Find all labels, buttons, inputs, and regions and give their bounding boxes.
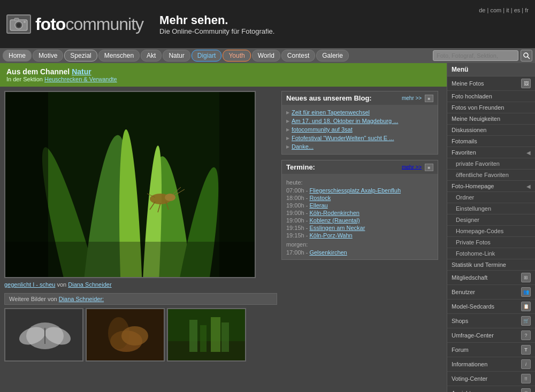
termine-link-4[interactable]: Köln-Rodenkirchen <box>309 210 360 216</box>
menu-label: Menü <box>452 66 468 73</box>
nav-tab-spezial[interactable]: Spezial <box>64 50 97 62</box>
svg-line-6 <box>528 57 530 59</box>
nav-tab-digiart[interactable]: Digiart <box>192 50 222 62</box>
blog-item-4: Fotofestival "WunderWelten" sucht E ... <box>286 134 433 142</box>
sidebar-item-informationen[interactable]: Informationen i <box>447 357 535 372</box>
sidebar-item-homepage-codes[interactable]: Homepage-Codes <box>447 226 535 237</box>
search-input[interactable] <box>433 50 518 61</box>
nav-tab-akt[interactable]: Akt <box>141 50 162 62</box>
sidebar-icon-forum: T <box>521 345 531 355</box>
sidebar-item-ordner[interactable]: Ordner <box>447 192 535 203</box>
sidebar-item-favoriten[interactable]: Favoriten ◀ <box>447 147 535 158</box>
channel-title: Aus dem Channel Natur <box>6 67 440 76</box>
blog-link-2[interactable]: Am 17. und 18. Oktober in Magdeburg ... <box>292 118 398 124</box>
blog-link-5[interactable]: Danke... <box>292 143 314 150</box>
svg-rect-36 <box>168 341 246 362</box>
sidebar-label-benutzer: Benutzer <box>452 289 521 295</box>
sidebar-label-fotomails: Fotomails <box>452 138 531 144</box>
more-author-link[interactable]: Diana Schneider: <box>59 296 104 302</box>
termine-body: heute: 07:00h - Fliegerschiessplatz Axal… <box>282 174 438 259</box>
sidebar-label-umfrage-center: Umfrage-Center <box>452 332 521 339</box>
sidebar-icon-mitgliedschaft: ⊞ <box>521 273 531 282</box>
nav-tab-galerie[interactable]: Galerie <box>316 50 349 62</box>
sidebar-icon-benutzer: 👥 <box>521 287 531 297</box>
lang-it[interactable]: it <box>506 7 509 13</box>
logo-text: fotocommunity <box>35 14 143 34</box>
nav-tab-world[interactable]: World <box>252 50 280 62</box>
sidebar-item-umfrage-center[interactable]: Umfrage-Center ? <box>447 328 535 343</box>
termine-link-1[interactable]: Fliegerschiessplatz Axalp-Ebenfluh <box>309 187 401 194</box>
nav-tab-natur[interactable]: Natur <box>163 50 190 62</box>
sidebar-item-foto-homepage[interactable]: Foto-Homepage ◀ <box>447 181 535 192</box>
sidebar-item-private-favoriten[interactable]: private Favoriten <box>447 158 535 170</box>
sidebar-item-benutzer[interactable]: Benutzer 👥 <box>447 285 535 299</box>
sidebar-item-forum[interactable]: Forum T <box>447 343 535 357</box>
termine-link-6[interactable]: Esslingen am Neckar <box>309 225 365 231</box>
sidebar-item-shops[interactable]: Shops 🛒 <box>447 314 535 328</box>
sidebar-label-fotohome-link: Fotohome-Link <box>456 250 531 257</box>
sidebar-label-statistik-termine: Statistik und Termine <box>452 262 531 268</box>
channel-header: Aus dem Channel Natur In der Sektion Heu… <box>0 63 447 87</box>
svg-rect-38 <box>200 325 207 352</box>
termine-item-5: 19:00h - Koblenz (Rauental) <box>286 217 433 224</box>
nav-tab-home[interactable]: Home <box>3 50 32 62</box>
sidebar-label-private-favoriten: private Favoriten <box>456 160 531 167</box>
sidebar-item-ansichten[interactable]: Ansichten 👁 <box>447 386 535 392</box>
camera-icon <box>6 14 31 34</box>
photo-title-link[interactable]: gegenlicht I - scheu <box>4 281 55 288</box>
sidebar-item-voting-center[interactable]: Voting-Center !! <box>447 372 535 386</box>
content-area: gegenlicht I - scheu von Diana Schneider… <box>0 87 447 366</box>
sidebar-item-fotohome-link[interactable]: Fotohome-Link <box>447 248 535 259</box>
nav-tab-youth[interactable]: Youth <box>223 50 250 62</box>
lang-com[interactable]: com <box>490 7 501 13</box>
nav-tab-motive[interactable]: Motive <box>33 50 63 62</box>
channel-label: Aus dem Channel <box>6 67 70 76</box>
lang-fr[interactable]: fr <box>525 7 529 13</box>
blog-more-link[interactable]: mehr >> <box>402 95 422 101</box>
blog-link-1[interactable]: Zeit für einen Tapetenwechsel <box>292 109 370 116</box>
sidebar-item-private-fotos[interactable]: Private Fotos <box>447 237 535 248</box>
blog-link-3[interactable]: fotocommunity auf 3sat <box>292 126 353 133</box>
termine-link-2[interactable]: Rostock <box>309 195 331 201</box>
sidebar-item-einstellungen[interactable]: Einstellungen <box>447 203 535 214</box>
photo-author-link[interactable]: Diana Schneider <box>68 281 111 288</box>
sidebar-item-fotomails[interactable]: Fotomails <box>447 136 535 147</box>
sidebar-item-model-sedcards[interactable]: Model-Sedcards 📋 <box>447 299 535 314</box>
nav-tab-contest[interactable]: Contest <box>281 50 315 62</box>
lang-es[interactable]: es <box>514 7 521 13</box>
sidebar-item-fotos-freunden[interactable]: Fotos von Freunden <box>447 102 535 113</box>
photo-section: gegenlicht I - scheu von Diana Schneider… <box>4 91 277 362</box>
sidebar-item-oeffentliche-favoriten[interactable]: öffentliche Favoriten <box>447 170 535 181</box>
thumbnail-1[interactable] <box>4 308 83 362</box>
channel-name-link[interactable]: Natur <box>72 67 91 76</box>
sidebar-item-meine-neuigkeiten[interactable]: Meine Neuigkeiten <box>447 113 535 125</box>
channel-sub-link[interactable]: Heuschrecken & Verwandte <box>44 76 117 82</box>
termine-link-5[interactable]: Koblenz (Rauental) <box>309 217 360 224</box>
svg-rect-37 <box>189 320 197 352</box>
tagline-sub: Die Online-Community für Fotografie. <box>159 27 274 35</box>
sidebar-item-foto-hochladen[interactable]: Foto hochladen <box>447 91 535 102</box>
sidebar-icon-shops: 🛒 <box>521 316 531 326</box>
svg-point-34 <box>121 326 148 345</box>
thumbnail-2[interactable] <box>86 308 165 362</box>
termine-item-3: 19:00h - Ellerau <box>286 202 433 209</box>
sidebar-label-homepage-codes: Homepage-Codes <box>456 228 531 234</box>
sidebar-label-einstellungen: Einstellungen <box>456 205 531 212</box>
nav-tab-menschen[interactable]: Menschen <box>98 50 140 62</box>
termine-link-7[interactable]: Köln-Porz-Wahn <box>309 232 352 239</box>
thumbnail-3[interactable] <box>167 308 246 362</box>
sidebar-item-statistik-termine[interactable]: Statistik und Termine <box>447 259 535 271</box>
termine-section: Termine: mehr >> ■ heute: 07:00h - Flieg… <box>281 160 438 260</box>
lang-de[interactable]: de <box>479 7 485 13</box>
blog-item-3: fotocommunity auf 3sat <box>286 125 433 134</box>
sidebar-item-mitgliedschaft[interactable]: Mitgliedschaft ⊞ <box>447 271 535 285</box>
blog-link-4[interactable]: Fotofestival "WunderWelten" sucht E ... <box>292 135 394 141</box>
termine-link-8[interactable]: Gelsenkirchen <box>309 249 347 256</box>
termine-link-3[interactable]: Ellerau <box>309 202 327 209</box>
search-button[interactable] <box>521 50 532 62</box>
sidebar-item-diskussionen[interactable]: Diskussionen <box>447 125 535 136</box>
sidebar-item-designer[interactable]: Designer <box>447 214 535 226</box>
sidebar-item-meine-fotos[interactable]: Meine Fotos 🖼 <box>447 76 535 91</box>
termine-more-link[interactable]: mehr >> <box>402 164 422 170</box>
thumbnail-row <box>4 308 277 362</box>
